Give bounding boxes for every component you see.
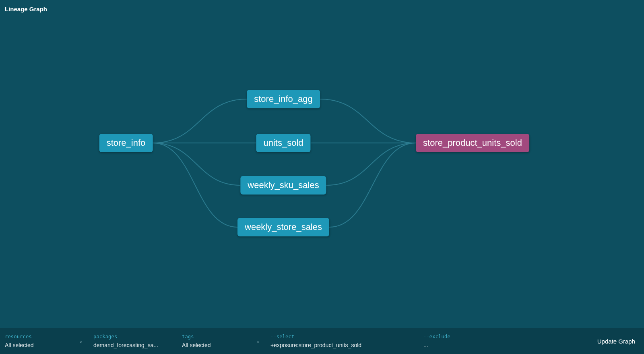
filter-resources-label: resources bbox=[5, 334, 84, 340]
update-graph-button[interactable]: Update Graph bbox=[588, 328, 644, 354]
filter-tags-label: tags bbox=[182, 334, 261, 340]
filter-packages-label: packages bbox=[93, 334, 172, 340]
chevron-down-icon: ⌄ bbox=[256, 338, 260, 344]
node-store_product_units_sold[interactable]: store_product_units_sold bbox=[416, 134, 529, 152]
filter-exclude-label: --exclude bbox=[423, 334, 584, 340]
filter-tags-value: All selected bbox=[182, 342, 261, 348]
node-store_info_agg[interactable]: store_info_agg bbox=[247, 90, 320, 108]
filter-exclude[interactable]: --exclude ... bbox=[419, 328, 588, 354]
filter-exclude-value: ... bbox=[423, 342, 584, 348]
node-weekly_sku_sales[interactable]: weekly_sku_sales bbox=[240, 176, 326, 195]
filter-resources[interactable]: resources All selected ⌄ bbox=[0, 328, 89, 354]
footer-bar: resources All selected ⌄ packages demand… bbox=[0, 328, 644, 354]
node-weekly_store_sales[interactable]: weekly_store_sales bbox=[237, 218, 329, 236]
chevron-down-icon: ⌄ bbox=[79, 338, 83, 344]
node-units_sold[interactable]: units_sold bbox=[256, 134, 310, 152]
filter-select-value: +exposure:store_product_units_sold bbox=[270, 342, 414, 348]
graph-canvas[interactable]: store_infostore_info_aggunits_soldweekly… bbox=[0, 0, 644, 330]
node-store_info[interactable]: store_info bbox=[99, 134, 153, 152]
filter-resources-value: All selected bbox=[5, 342, 84, 348]
filter-packages[interactable]: packages demand_forecasting_sa... bbox=[89, 328, 177, 354]
filter-tags[interactable]: tags All selected ⌄ bbox=[177, 328, 266, 354]
filter-select-label: --select bbox=[270, 334, 414, 340]
filter-packages-value: demand_forecasting_sa... bbox=[93, 342, 172, 348]
filter-select[interactable]: --select +exposure:store_product_units_s… bbox=[266, 328, 419, 354]
